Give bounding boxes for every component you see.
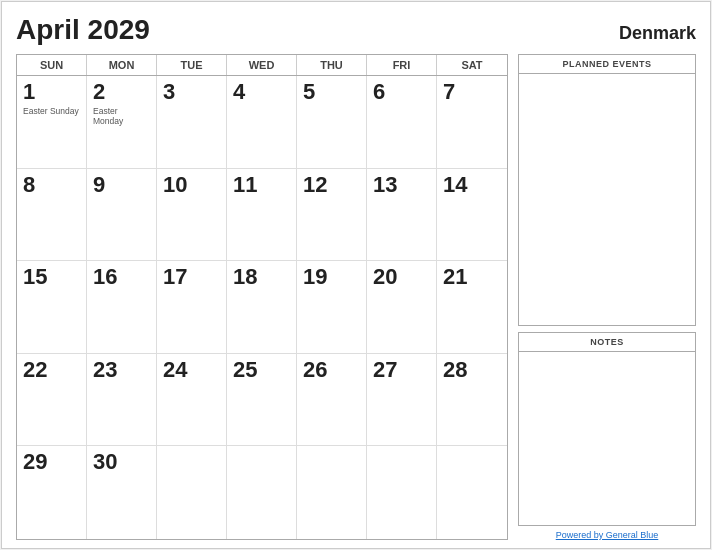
cal-cell: 28 <box>437 354 507 447</box>
date-number: 3 <box>163 80 220 104</box>
date-number: 11 <box>233 173 290 197</box>
cal-cell: 10 <box>157 169 227 262</box>
day-headers: SUNMONTUEWEDTHUFRISAT <box>17 55 507 76</box>
day-header-fri: FRI <box>367 55 437 75</box>
date-number: 27 <box>373 358 430 382</box>
calendar-grid: 1Easter Sunday2Easter Monday345678910111… <box>17 76 507 539</box>
planned-events-header: PLANNED EVENTS <box>519 55 695 74</box>
month-title: April 2029 <box>16 14 150 46</box>
cal-cell: 5 <box>297 76 367 169</box>
date-number: 29 <box>23 450 80 474</box>
cal-cell: 16 <box>87 261 157 354</box>
cal-cell: 19 <box>297 261 367 354</box>
date-number: 21 <box>443 265 501 289</box>
cal-cell: 21 <box>437 261 507 354</box>
cal-cell: 4 <box>227 76 297 169</box>
day-header-tue: TUE <box>157 55 227 75</box>
cal-cell <box>157 446 227 539</box>
date-number: 15 <box>23 265 80 289</box>
cal-cell: 2Easter Monday <box>87 76 157 169</box>
cal-cell: 9 <box>87 169 157 262</box>
planned-events-content <box>519 74 695 325</box>
cal-cell: 3 <box>157 76 227 169</box>
cal-cell: 27 <box>367 354 437 447</box>
day-header-wed: WED <box>227 55 297 75</box>
cal-cell <box>227 446 297 539</box>
date-number: 9 <box>93 173 150 197</box>
top-header: April 2029 Denmark <box>16 14 696 46</box>
date-number: 2 <box>93 80 150 104</box>
cal-cell: 25 <box>227 354 297 447</box>
date-number: 24 <box>163 358 220 382</box>
date-number: 20 <box>373 265 430 289</box>
date-number: 10 <box>163 173 220 197</box>
date-number: 18 <box>233 265 290 289</box>
cal-cell: 29 <box>17 446 87 539</box>
date-number: 5 <box>303 80 360 104</box>
cal-cell <box>297 446 367 539</box>
date-number: 30 <box>93 450 150 474</box>
date-number: 14 <box>443 173 501 197</box>
date-number: 26 <box>303 358 360 382</box>
date-number: 17 <box>163 265 220 289</box>
notes-content <box>519 352 695 526</box>
day-header-sat: SAT <box>437 55 507 75</box>
date-number: 8 <box>23 173 80 197</box>
cal-cell: 11 <box>227 169 297 262</box>
notes-header: NOTES <box>519 333 695 352</box>
country-title: Denmark <box>619 23 696 44</box>
cal-cell: 22 <box>17 354 87 447</box>
holiday-label: Easter Monday <box>93 106 150 126</box>
calendar-section: SUNMONTUEWEDTHUFRISAT 1Easter Sunday2Eas… <box>16 54 508 540</box>
date-number: 16 <box>93 265 150 289</box>
cal-cell: 26 <box>297 354 367 447</box>
cal-cell: 20 <box>367 261 437 354</box>
date-number: 13 <box>373 173 430 197</box>
cal-cell: 15 <box>17 261 87 354</box>
cal-cell <box>437 446 507 539</box>
main-content: SUNMONTUEWEDTHUFRISAT 1Easter Sunday2Eas… <box>16 54 696 540</box>
day-header-thu: THU <box>297 55 367 75</box>
cal-cell: 12 <box>297 169 367 262</box>
date-number: 6 <box>373 80 430 104</box>
cal-cell <box>367 446 437 539</box>
cal-cell: 18 <box>227 261 297 354</box>
date-number: 23 <box>93 358 150 382</box>
calendar-page: April 2029 Denmark SUNMONTUEWEDTHUFRISAT… <box>1 1 711 549</box>
cal-cell: 14 <box>437 169 507 262</box>
powered-by-link[interactable]: Powered by General Blue <box>556 530 659 540</box>
notes-box: NOTES <box>518 332 696 527</box>
date-number: 7 <box>443 80 501 104</box>
holiday-label: Easter Sunday <box>23 106 80 116</box>
cal-cell: 23 <box>87 354 157 447</box>
day-header-sun: SUN <box>17 55 87 75</box>
cal-cell: 17 <box>157 261 227 354</box>
right-section: PLANNED EVENTS NOTES Powered by General … <box>518 54 696 540</box>
cal-cell: 1Easter Sunday <box>17 76 87 169</box>
cal-cell: 8 <box>17 169 87 262</box>
date-number: 1 <box>23 80 80 104</box>
day-header-mon: MON <box>87 55 157 75</box>
cal-cell: 30 <box>87 446 157 539</box>
date-number: 4 <box>233 80 290 104</box>
date-number: 22 <box>23 358 80 382</box>
cal-cell: 7 <box>437 76 507 169</box>
date-number: 28 <box>443 358 501 382</box>
cal-cell: 24 <box>157 354 227 447</box>
date-number: 19 <box>303 265 360 289</box>
cal-cell: 6 <box>367 76 437 169</box>
cal-cell: 13 <box>367 169 437 262</box>
powered-by: Powered by General Blue <box>518 530 696 540</box>
date-number: 12 <box>303 173 360 197</box>
planned-events-box: PLANNED EVENTS <box>518 54 696 326</box>
date-number: 25 <box>233 358 290 382</box>
